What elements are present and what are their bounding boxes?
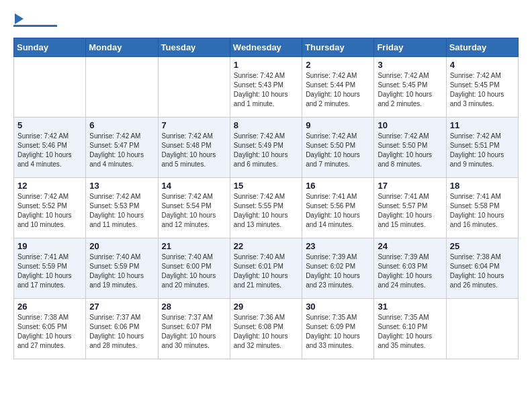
calendar-cell: 13Sunrise: 7:42 AMSunset: 5:53 PMDayligh… <box>86 178 158 238</box>
day-number: 2 <box>306 60 370 70</box>
day-number: 23 <box>306 241 370 251</box>
logo-brand <box>13 13 25 24</box>
day-number: 5 <box>17 120 82 130</box>
cell-content: Sunrise: 7:42 AMSunset: 5:46 PMDaylight:… <box>17 132 82 169</box>
day-number: 19 <box>17 241 82 251</box>
calendar-cell: 14Sunrise: 7:42 AMSunset: 5:54 PMDayligh… <box>158 178 230 238</box>
day-number: 28 <box>162 302 226 312</box>
cell-content: Sunrise: 7:42 AMSunset: 5:44 PMDaylight:… <box>306 71 370 109</box>
day-number: 11 <box>450 120 515 130</box>
logo-underline <box>13 25 57 27</box>
calendar-cell: 24Sunrise: 7:39 AMSunset: 6:03 PMDayligh… <box>374 238 446 299</box>
day-number: 16 <box>306 181 370 191</box>
calendar-cell: 5Sunrise: 7:42 AMSunset: 5:46 PMDaylight… <box>14 118 86 178</box>
day-number: 31 <box>378 302 442 312</box>
day-number: 14 <box>162 181 226 191</box>
day-number: 1 <box>234 60 298 70</box>
calendar-cell: 17Sunrise: 7:41 AMSunset: 5:57 PMDayligh… <box>374 178 446 238</box>
calendar-cell: 22Sunrise: 7:40 AMSunset: 6:01 PMDayligh… <box>230 238 302 299</box>
calendar-cell <box>14 57 86 118</box>
day-number: 4 <box>450 60 515 70</box>
cell-content: Sunrise: 7:42 AMSunset: 5:50 PMDaylight:… <box>378 132 442 169</box>
calendar-cell: 23Sunrise: 7:39 AMSunset: 6:02 PMDayligh… <box>302 238 374 299</box>
cell-content: Sunrise: 7:42 AMSunset: 5:54 PMDaylight:… <box>162 192 226 230</box>
calendar-cell: 31Sunrise: 7:35 AMSunset: 6:10 PMDayligh… <box>374 299 446 359</box>
calendar-cell: 26Sunrise: 7:38 AMSunset: 6:05 PMDayligh… <box>14 299 86 359</box>
calendar-cell: 25Sunrise: 7:38 AMSunset: 6:04 PMDayligh… <box>446 238 518 299</box>
cell-content: Sunrise: 7:42 AMSunset: 5:49 PMDaylight:… <box>234 132 298 169</box>
calendar-week-1: 1Sunrise: 7:42 AMSunset: 5:43 PMDaylight… <box>14 57 519 118</box>
col-header-wednesday: Wednesday <box>230 38 302 57</box>
cell-content: Sunrise: 7:42 AMSunset: 5:51 PMDaylight:… <box>450 132 515 169</box>
calendar-cell: 7Sunrise: 7:42 AMSunset: 5:48 PMDaylight… <box>158 118 230 178</box>
day-number: 6 <box>89 120 154 130</box>
cell-content: Sunrise: 7:42 AMSunset: 5:52 PMDaylight:… <box>17 192 82 230</box>
cell-content: Sunrise: 7:42 AMSunset: 5:50 PMDaylight:… <box>306 132 370 169</box>
calendar-cell: 15Sunrise: 7:42 AMSunset: 5:55 PMDayligh… <box>230 178 302 238</box>
calendar-cell: 11Sunrise: 7:42 AMSunset: 5:51 PMDayligh… <box>446 118 518 178</box>
day-number: 24 <box>378 241 442 251</box>
day-number: 9 <box>306 120 370 130</box>
calendar-cell: 6Sunrise: 7:42 AMSunset: 5:47 PMDaylight… <box>86 118 158 178</box>
calendar-cell: 1Sunrise: 7:42 AMSunset: 5:43 PMDaylight… <box>230 57 302 118</box>
calendar-table: SundayMondayTuesdayWednesdayThursdayFrid… <box>13 38 519 359</box>
cell-content: Sunrise: 7:40 AMSunset: 6:00 PMDaylight:… <box>162 253 226 290</box>
col-header-saturday: Saturday <box>446 38 518 57</box>
cell-content: Sunrise: 7:42 AMSunset: 5:47 PMDaylight:… <box>89 132 154 169</box>
calendar-cell: 9Sunrise: 7:42 AMSunset: 5:50 PMDaylight… <box>302 118 374 178</box>
calendar-week-2: 5Sunrise: 7:42 AMSunset: 5:46 PMDaylight… <box>14 118 519 178</box>
calendar-cell: 29Sunrise: 7:36 AMSunset: 6:08 PMDayligh… <box>230 299 302 359</box>
cell-content: Sunrise: 7:42 AMSunset: 5:45 PMDaylight:… <box>378 71 442 109</box>
day-number: 12 <box>17 181 82 191</box>
calendar-week-5: 26Sunrise: 7:38 AMSunset: 6:05 PMDayligh… <box>14 299 519 359</box>
calendar-cell: 16Sunrise: 7:41 AMSunset: 5:56 PMDayligh… <box>302 178 374 238</box>
day-number: 26 <box>17 302 82 312</box>
calendar-cell <box>86 57 158 118</box>
cell-content: Sunrise: 7:37 AMSunset: 6:07 PMDaylight:… <box>162 313 226 351</box>
cell-content: Sunrise: 7:42 AMSunset: 5:55 PMDaylight:… <box>234 192 298 230</box>
calendar-week-4: 19Sunrise: 7:41 AMSunset: 5:59 PMDayligh… <box>14 238 519 299</box>
col-header-thursday: Thursday <box>302 38 374 57</box>
day-number: 15 <box>234 181 298 191</box>
cell-content: Sunrise: 7:35 AMSunset: 6:10 PMDaylight:… <box>378 313 442 351</box>
calendar-cell: 8Sunrise: 7:42 AMSunset: 5:49 PMDaylight… <box>230 118 302 178</box>
calendar-cell: 3Sunrise: 7:42 AMSunset: 5:45 PMDaylight… <box>374 57 446 118</box>
day-number: 21 <box>162 241 226 251</box>
day-number: 27 <box>89 302 154 312</box>
day-number: 8 <box>234 120 298 130</box>
cell-content: Sunrise: 7:41 AMSunset: 5:57 PMDaylight:… <box>378 192 442 230</box>
cell-content: Sunrise: 7:36 AMSunset: 6:08 PMDaylight:… <box>234 313 298 351</box>
cell-content: Sunrise: 7:38 AMSunset: 6:04 PMDaylight:… <box>450 253 515 290</box>
calendar-cell: 19Sunrise: 7:41 AMSunset: 5:59 PMDayligh… <box>14 238 86 299</box>
calendar-cell: 2Sunrise: 7:42 AMSunset: 5:44 PMDaylight… <box>302 57 374 118</box>
calendar-cell: 28Sunrise: 7:37 AMSunset: 6:07 PMDayligh… <box>158 299 230 359</box>
day-number: 29 <box>234 302 298 312</box>
col-header-monday: Monday <box>86 38 158 57</box>
cell-content: Sunrise: 7:42 AMSunset: 5:48 PMDaylight:… <box>162 132 226 169</box>
cell-content: Sunrise: 7:38 AMSunset: 6:05 PMDaylight:… <box>17 313 82 351</box>
cell-content: Sunrise: 7:41 AMSunset: 5:56 PMDaylight:… <box>306 192 370 230</box>
day-number: 30 <box>306 302 370 312</box>
calendar-cell: 12Sunrise: 7:42 AMSunset: 5:52 PMDayligh… <box>14 178 86 238</box>
day-number: 7 <box>162 120 226 130</box>
cell-content: Sunrise: 7:42 AMSunset: 5:53 PMDaylight:… <box>89 192 154 230</box>
cell-content: Sunrise: 7:41 AMSunset: 5:58 PMDaylight:… <box>450 192 515 230</box>
cell-content: Sunrise: 7:42 AMSunset: 5:43 PMDaylight:… <box>234 71 298 109</box>
day-number: 25 <box>450 241 515 251</box>
day-number: 10 <box>378 120 442 130</box>
calendar-cell: 21Sunrise: 7:40 AMSunset: 6:00 PMDayligh… <box>158 238 230 299</box>
calendar-cell: 4Sunrise: 7:42 AMSunset: 5:45 PMDaylight… <box>446 57 518 118</box>
cell-content: Sunrise: 7:40 AMSunset: 5:59 PMDaylight:… <box>89 253 154 290</box>
cell-content: Sunrise: 7:42 AMSunset: 5:45 PMDaylight:… <box>450 71 515 109</box>
day-number: 17 <box>378 181 442 191</box>
day-number: 13 <box>89 181 154 191</box>
calendar-header-row: SundayMondayTuesdayWednesdayThursdayFrid… <box>14 38 519 57</box>
calendar-cell: 18Sunrise: 7:41 AMSunset: 5:58 PMDayligh… <box>446 178 518 238</box>
day-number: 20 <box>89 241 154 251</box>
page-header <box>13 13 519 27</box>
logo <box>13 13 57 27</box>
cell-content: Sunrise: 7:41 AMSunset: 5:59 PMDaylight:… <box>17 253 82 290</box>
calendar-cell: 30Sunrise: 7:35 AMSunset: 6:09 PMDayligh… <box>302 299 374 359</box>
calendar-cell <box>158 57 230 118</box>
day-number: 22 <box>234 241 298 251</box>
